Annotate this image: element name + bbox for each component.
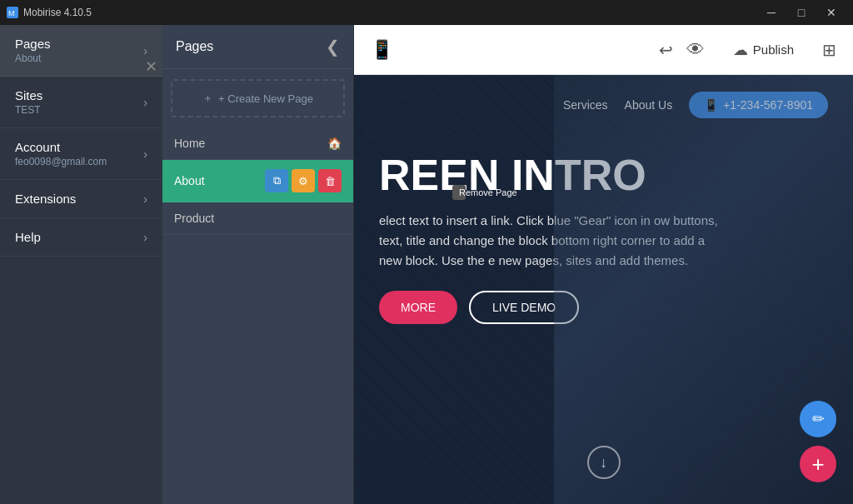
pages-panel-header: Pages ❮ xyxy=(162,25,353,69)
right-panel: 📱 ↩ 👁 ☁ Publish ⊞ Services About Us 📱 +1… xyxy=(354,25,853,504)
sidebar-account-sublabel: feo0098@gmail.com xyxy=(15,156,107,167)
sidebar-pages-label: Pages xyxy=(15,37,51,51)
pages-panel: Pages ❮ ＋ + Create New Page Home 🏠 About… xyxy=(162,25,354,504)
page-item-about[interactable]: About ⧉ ⚙ 🗑 xyxy=(162,160,353,202)
grid-view-icon[interactable]: ⊞ xyxy=(822,40,836,60)
cloud-upload-icon: ☁ xyxy=(733,41,748,59)
hero-section: Services About Us 📱 +1-234-567-8901 REEN… xyxy=(354,75,853,504)
page-item-home[interactable]: Home 🏠 xyxy=(162,127,353,160)
title-bar: M Mobirise 4.10.5 ─ □ ✕ xyxy=(0,0,853,25)
create-new-page-label: + Create New Page xyxy=(218,92,313,105)
mobile-preview-icon[interactable]: 📱 xyxy=(371,39,393,61)
create-plus-icon: ＋ xyxy=(202,91,213,106)
sidebar-account-label: Account xyxy=(15,140,107,154)
hero-background xyxy=(554,75,853,504)
sidebar-sites-chevron: › xyxy=(143,96,147,109)
sidebar-extensions-chevron: › xyxy=(143,192,147,206)
main-container: ✕ Pages About › Sites TEST › Account feo… xyxy=(0,25,853,504)
svg-text:M: M xyxy=(8,9,15,17)
create-new-page-button[interactable]: ＋ + Create New Page xyxy=(171,79,345,117)
top-toolbar: 📱 ↩ 👁 ☁ Publish ⊞ xyxy=(354,25,853,75)
app-title: Mobirise 4.10.5 xyxy=(23,7,92,18)
sidebar-sites-label: Sites xyxy=(15,88,42,102)
page-home-name: Home xyxy=(174,137,324,150)
title-bar-controls: ─ □ ✕ xyxy=(756,0,846,25)
sidebar-item-extensions[interactable]: Extensions › xyxy=(0,180,162,218)
sidebar-extensions-label: Extensions xyxy=(15,192,76,206)
sidebar-help-label: Help xyxy=(15,230,41,244)
page-product-name: Product xyxy=(174,212,342,225)
pages-panel-close-button[interactable]: ❮ xyxy=(326,37,340,57)
add-fab-button[interactable]: + xyxy=(800,446,836,482)
undo-button[interactable]: ↩ xyxy=(659,40,673,60)
sidebar-account-chevron: › xyxy=(143,147,147,161)
preview-button[interactable]: 👁 xyxy=(686,39,705,61)
pages-panel-title: Pages xyxy=(176,39,213,54)
page-item-product[interactable]: Product xyxy=(162,202,353,235)
minimize-button[interactable]: ─ xyxy=(756,0,786,25)
app-icon: M xyxy=(7,7,18,18)
more-button[interactable]: MORE xyxy=(379,291,457,324)
sidebar-item-pages[interactable]: Pages About › xyxy=(0,25,162,77)
sidebar-item-help[interactable]: Help › xyxy=(0,218,162,257)
page-about-actions: ⧉ ⚙ 🗑 xyxy=(265,169,342,192)
publish-button[interactable]: ☁ Publish xyxy=(718,34,809,66)
sidebar-pages-sublabel: About xyxy=(15,52,51,64)
maximize-button[interactable]: □ xyxy=(786,0,816,25)
page-copy-button[interactable]: ⧉ xyxy=(265,169,288,192)
sidebar-item-sites[interactable]: Sites TEST › xyxy=(0,77,162,128)
page-settings-button[interactable]: ⚙ xyxy=(292,169,315,192)
edit-fab-button[interactable]: ✏ xyxy=(800,401,836,437)
scroll-down-button[interactable]: ↓ xyxy=(587,446,621,479)
close-button[interactable]: ✕ xyxy=(816,0,846,25)
page-about-name: About xyxy=(174,174,265,187)
sidebar-sites-sublabel: TEST xyxy=(15,104,42,116)
page-delete-button[interactable]: 🗑 xyxy=(318,169,342,192)
title-bar-left: M Mobirise 4.10.5 xyxy=(7,7,92,18)
sidebar: ✕ Pages About › Sites TEST › Account feo… xyxy=(0,25,162,504)
sidebar-close-button[interactable]: ✕ xyxy=(140,56,162,77)
sidebar-item-account[interactable]: Account feo0098@gmail.com › xyxy=(0,128,162,180)
home-icon: 🏠 xyxy=(327,137,342,150)
publish-label: Publish xyxy=(753,42,794,57)
sidebar-help-chevron: › xyxy=(143,231,147,244)
